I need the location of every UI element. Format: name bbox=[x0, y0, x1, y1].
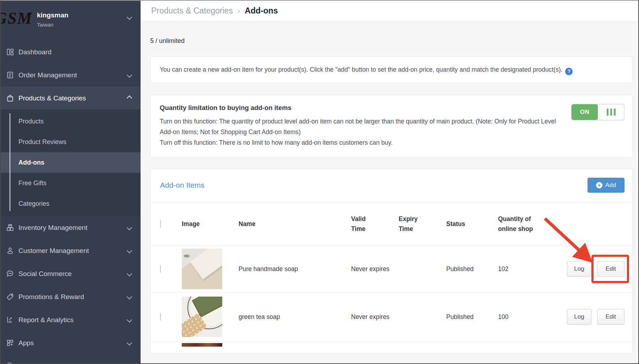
quantity-value: 102 bbox=[498, 265, 564, 273]
dashboard-icon bbox=[6, 48, 14, 56]
row-checkbox[interactable] bbox=[160, 313, 161, 321]
sidebar-item-inventory-management[interactable]: Inventory Management bbox=[0, 216, 141, 239]
chevron-down-icon bbox=[127, 317, 132, 323]
sidebar-subitem-add-ons[interactable]: Add-ons bbox=[0, 152, 141, 173]
store-name: kingsman bbox=[37, 11, 69, 19]
toggle-on-segment[interactable]: ON bbox=[572, 104, 598, 120]
select-all-checkbox[interactable] bbox=[160, 220, 161, 228]
status-value: Published bbox=[446, 313, 498, 321]
sidebar-subitem-label: Product Reviews bbox=[18, 138, 66, 146]
sidebar-item-customer-management[interactable]: Customer Management bbox=[0, 239, 141, 262]
sidebar-item-report-analytics[interactable]: Report & Analytics bbox=[0, 308, 141, 331]
sidebar-item-products-categories[interactable]: Products & Categories bbox=[0, 87, 141, 110]
chat-bubble-icon bbox=[6, 270, 14, 278]
row-checkbox[interactable] bbox=[160, 265, 161, 273]
sidebar-subitem-label: Free Gifts bbox=[18, 180, 47, 187]
column-header-status: Status bbox=[446, 219, 498, 229]
chevron-down-icon bbox=[127, 14, 132, 20]
plus-circle-icon: + bbox=[596, 182, 602, 188]
quantity-limitation-toggle[interactable]: ON bbox=[571, 104, 624, 120]
edit-button[interactable]: Edit bbox=[597, 309, 624, 325]
breadcrumb: Products & Categories › Add-ons bbox=[141, 0, 639, 22]
customer-icon bbox=[6, 247, 14, 255]
quantity-value: 100 bbox=[498, 313, 564, 321]
products-submenu: Products Product Reviews Add-ons Free Gi… bbox=[0, 110, 141, 216]
store-switcher[interactable]: GSM kingsman Taiwan bbox=[0, 0, 141, 34]
breadcrumb-current: Add-ons bbox=[245, 6, 278, 16]
sidebar-subitem-free-gifts[interactable]: Free Gifts bbox=[0, 173, 141, 193]
table-header-row: Image Name Valid Time Expiry Time Status… bbox=[151, 202, 633, 246]
product-image-green-tea-soap bbox=[182, 297, 222, 337]
valid-time-value: Never expires bbox=[351, 265, 399, 273]
help-icon[interactable]: ? bbox=[565, 68, 573, 75]
addon-items-title[interactable]: Add-on Items bbox=[160, 181, 204, 189]
chevron-down-icon bbox=[127, 225, 132, 231]
edit-button[interactable]: Edit bbox=[597, 261, 624, 277]
quantity-limitation-title: Quantity limitation to buying add-on ite… bbox=[160, 104, 623, 112]
chevron-down-icon bbox=[127, 294, 132, 300]
product-name: green tea soap bbox=[239, 313, 351, 321]
add-button-label: Add bbox=[605, 182, 616, 189]
sidebar-nav: Dashboard Order Management Products & Ca… bbox=[0, 34, 141, 364]
chevron-down-icon bbox=[127, 340, 132, 346]
sidebar-item-order-management[interactable]: Order Management bbox=[0, 64, 141, 87]
sidebar-subitem-product-reviews[interactable]: Product Reviews bbox=[0, 132, 141, 152]
sidebar-item-online-store-design[interactable]: Online Store Design bbox=[0, 354, 141, 364]
sidebar-subitem-label: Categories bbox=[18, 200, 49, 208]
quantity-limitation-on-text: Turn on this function: The quantity of p… bbox=[160, 116, 566, 137]
sidebar-item-apps[interactable]: Apps bbox=[0, 331, 141, 354]
status-value: Published bbox=[446, 265, 498, 273]
sidebar-item-dashboard[interactable]: Dashboard bbox=[0, 40, 141, 64]
sidebar-subitem-categories[interactable]: Categories bbox=[0, 193, 141, 214]
sidebar-subitem-products[interactable]: Products bbox=[0, 111, 141, 132]
column-header-quantity: Quantity of online shop bbox=[498, 214, 537, 234]
inventory-icon bbox=[6, 224, 14, 232]
usage-counter: 5 / unlimited bbox=[150, 37, 634, 45]
column-header-image: Image bbox=[182, 219, 239, 229]
table-row: green tea soap Never expires Published 1… bbox=[151, 293, 633, 342]
content: 5 / unlimited You can create a new add-o… bbox=[141, 22, 639, 354]
sidebar-subitem-label: Add-ons bbox=[18, 159, 44, 166]
main-area: Products & Categories › Add-ons 5 / unli… bbox=[141, 0, 639, 364]
chart-icon bbox=[6, 316, 14, 324]
log-button[interactable]: Log bbox=[567, 309, 591, 325]
chevron-up-icon bbox=[127, 95, 132, 101]
paint-roller-icon bbox=[6, 362, 14, 364]
sidebar-item-label: Dashboard bbox=[18, 48, 131, 56]
sidebar-item-label: Products & Categories bbox=[18, 94, 127, 102]
log-button[interactable]: Log bbox=[567, 261, 591, 277]
chevron-down-icon bbox=[127, 248, 132, 254]
valid-time-value: Never expires bbox=[351, 313, 399, 321]
chevron-down-icon bbox=[127, 72, 132, 78]
sidebar-item-label: Customer Management bbox=[18, 247, 127, 255]
sidebar-subitem-label: Products bbox=[18, 118, 44, 125]
breadcrumb-section[interactable]: Products & Categories bbox=[151, 6, 233, 16]
column-header-name: Name bbox=[239, 219, 351, 229]
sidebar-item-label: Online Store Design bbox=[18, 362, 127, 364]
add-button[interactable]: + Add bbox=[588, 178, 624, 193]
sidebar-item-social-commerce[interactable]: Social Commerce bbox=[0, 262, 141, 285]
store-logo-text: GSM bbox=[0, 9, 33, 28]
product-image-pure-handmade-soap bbox=[182, 249, 222, 289]
quantity-limitation-off-text: Turn off this function: There is no limi… bbox=[160, 137, 566, 148]
intro-text: You can create a new add-on item for you… bbox=[160, 66, 562, 73]
table-row: Pure handmade soap Never expires Publish… bbox=[151, 246, 633, 293]
column-header-valid-time: Valid Time bbox=[351, 214, 376, 234]
sidebar-item-label: Apps bbox=[18, 339, 127, 347]
shopping-bag-icon bbox=[6, 94, 14, 103]
product-image-partial bbox=[182, 343, 222, 347]
addon-items-card: Add-on Items + Add Image Name Valid Time… bbox=[150, 169, 633, 354]
order-icon bbox=[6, 71, 14, 79]
product-name: Pure handmade soap bbox=[239, 265, 351, 273]
breadcrumb-separator-icon: › bbox=[237, 6, 240, 16]
table-row-partial bbox=[151, 342, 633, 347]
sidebar-item-label: Order Management bbox=[18, 71, 127, 79]
sidebar-item-label: Report & Analytics bbox=[18, 316, 127, 324]
sidebar-item-label: Inventory Management bbox=[18, 224, 127, 232]
quantity-limitation-card: Quantity limitation to buying add-on ite… bbox=[150, 95, 633, 158]
intro-card: You can create a new add-on item for you… bbox=[150, 56, 633, 83]
sidebar-item-label: Social Commerce bbox=[18, 270, 127, 278]
store-logo: GSM bbox=[0, 9, 33, 30]
sidebar-item-promotions-reward[interactable]: Promotions & Reward bbox=[0, 285, 141, 308]
toggle-off-segment[interactable] bbox=[598, 104, 624, 120]
